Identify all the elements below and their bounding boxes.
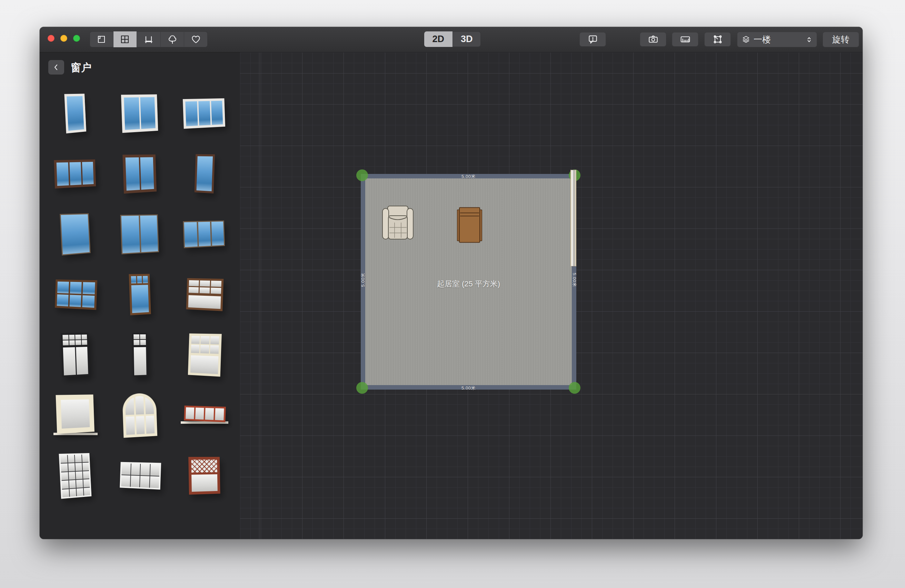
catalog-item-triple-sliding-window[interactable] [172, 203, 237, 264]
glass-pane [131, 285, 149, 313]
window-glass-line [574, 170, 575, 266]
glass-pane [210, 336, 219, 344]
glass-pane [63, 347, 76, 375]
feedback-button[interactable] [580, 32, 606, 46]
glass-pane [190, 355, 218, 374]
glass-pane [211, 100, 223, 125]
app-window: 2D3D 一楼 旋转 窗户 [40, 27, 862, 539]
glass-pane [135, 396, 144, 414]
view-toggle-2d[interactable]: 2D [424, 32, 453, 47]
catalog-item-double-hung-grid-window[interactable] [172, 264, 237, 324]
floor-selector[interactable]: 一楼 [737, 32, 817, 47]
glass-pane [198, 101, 210, 125]
minimize-button[interactable] [60, 35, 67, 42]
back-button[interactable] [48, 60, 64, 75]
catalog-item-cream-arched-window[interactable] [108, 385, 172, 445]
catalog-item-tall-double-gridtop-window[interactable] [43, 324, 108, 385]
window-thumbnail [194, 154, 214, 193]
catalog-item-dark-double-casement[interactable] [108, 143, 172, 203]
glass-pane [121, 463, 130, 475]
snapshot-button[interactable] [640, 32, 666, 46]
glass-pane [188, 295, 221, 309]
catalog-item-white-grid-window[interactable] [43, 445, 108, 505]
camera-icon [648, 34, 659, 45]
armchair[interactable] [382, 205, 414, 240]
glass-pane [130, 475, 140, 487]
tab-furniture[interactable] [137, 32, 161, 47]
glass-pane [191, 345, 199, 353]
window-thumbnail [54, 159, 96, 188]
measure-button[interactable] [672, 32, 699, 46]
catalog-item-dark-triple-casement[interactable] [43, 143, 108, 203]
window-thumbnail [121, 94, 158, 133]
glass-pane [196, 156, 213, 191]
glass-pane [135, 416, 144, 434]
glass-pane [125, 396, 134, 415]
tab-favorites[interactable] [184, 32, 208, 47]
glass-pane [146, 415, 154, 434]
dimension-top: 5.00米 [361, 173, 576, 179]
wall-window-symbol[interactable] [570, 170, 576, 266]
glass-pane [62, 489, 68, 497]
glass-pane [76, 479, 83, 487]
catalog-item-cream-picture-window[interactable] [43, 385, 108, 445]
tab-windows[interactable] [113, 32, 137, 47]
catalog-item-red-transom-strip-window[interactable] [172, 385, 237, 445]
catalog-item-fixed-picture-window[interactable] [43, 203, 108, 264]
glass-pane [140, 464, 150, 475]
catalog-item-cream-double-hung-window[interactable] [172, 324, 237, 385]
leaded-glass-pattern [191, 459, 217, 472]
catalog-item-tall-single-gridtop-window[interactable] [108, 324, 172, 385]
ruler-icon [680, 34, 691, 45]
glass-pane [140, 215, 158, 252]
window-icon [120, 34, 130, 44]
chevron-left-icon [52, 63, 61, 72]
glass-pane [83, 479, 90, 487]
room[interactable]: 5.00米 5.00米 5.00米 5.00米 [361, 174, 576, 389]
glass-pane [195, 407, 204, 420]
glass-pane [124, 97, 140, 130]
glass-pane [76, 471, 83, 479]
glass-pane [199, 287, 210, 293]
view-toggle-3d[interactable]: 3D [453, 32, 481, 47]
glass-pane [69, 162, 81, 185]
close-button[interactable] [48, 35, 54, 42]
catalog-item-dark-single-casement[interactable] [172, 143, 237, 203]
catalog-item-grille-triple-window[interactable] [43, 264, 108, 324]
glass-pane [61, 399, 90, 429]
window-thumbnail [183, 220, 225, 248]
brown-chair[interactable] [457, 207, 482, 243]
window-thumbnail [56, 394, 94, 434]
glass-pane [133, 347, 146, 375]
catalog-item-leaded-diamond-window[interactable] [172, 445, 237, 505]
glass-pane [76, 488, 83, 496]
glass-pane [82, 162, 94, 184]
window-thumbnail [120, 462, 161, 489]
room-label: 起居室 (25 平方米) [361, 279, 576, 289]
edit-shape-button[interactable] [704, 32, 731, 46]
glass-pane [210, 345, 219, 353]
catalog-item-white-double-casement[interactable] [108, 83, 172, 143]
tab-floorplan[interactable] [90, 32, 113, 47]
titlebar: 2D3D 一楼 旋转 [40, 27, 862, 52]
glass-pane [75, 334, 81, 339]
catalog-item-white-wide-grid-window[interactable] [108, 445, 172, 505]
catalog-item-white-triple-casement[interactable] [172, 83, 237, 143]
glass-pane [150, 464, 160, 475]
glass-pane [68, 455, 75, 463]
glass-pane [143, 276, 148, 283]
window-thumbnail [183, 98, 225, 129]
catalog-item-white-single-casement[interactable] [43, 83, 108, 143]
rotate-button[interactable]: 旋转 [822, 32, 859, 47]
zoom-button[interactable] [73, 35, 80, 42]
tab-plants[interactable] [161, 32, 184, 47]
window-thumbnail [132, 333, 148, 377]
glass-pane [121, 216, 140, 253]
glass-pane [62, 340, 68, 345]
catalog-item-double-sliding-window[interactable] [108, 203, 172, 264]
catalog-item-transom-window[interactable] [108, 264, 172, 324]
window-thumbnail [186, 278, 224, 311]
glass-pane [82, 454, 88, 462]
category-segmented-control [90, 32, 208, 47]
floorplan-canvas[interactable]: 5.00米 5.00米 5.00米 5.00米 [240, 52, 862, 539]
